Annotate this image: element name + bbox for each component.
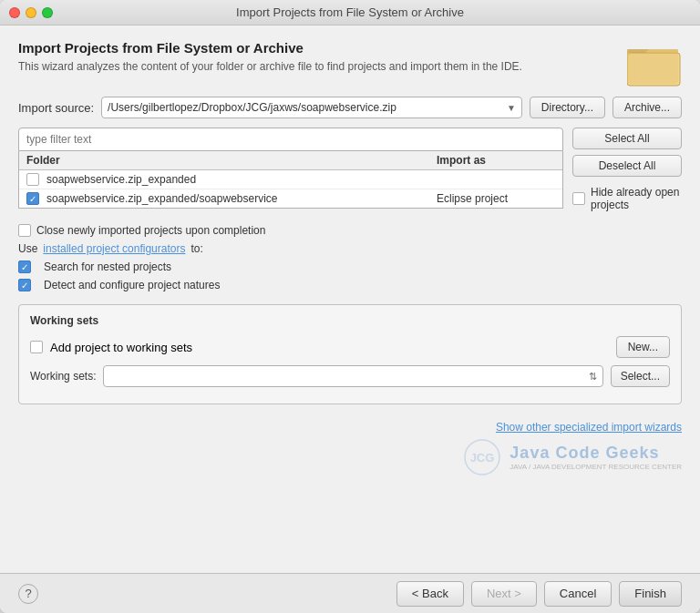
folder-icon [627, 40, 682, 87]
minimize-button[interactable] [26, 7, 36, 18]
detect-configure-checkbox[interactable]: ✓ [18, 279, 31, 291]
import-as-column-header: Import as [437, 154, 555, 167]
finish-button[interactable]: Finish [619, 581, 682, 607]
jcg-brand-text: Java Code Geeks [510, 444, 682, 463]
window-title: Import Projects from File System or Arch… [236, 5, 464, 19]
select-all-button[interactable]: Select All [572, 128, 682, 149]
help-icon[interactable]: ? [18, 584, 38, 604]
svg-text:JCG: JCG [470, 451, 495, 465]
working-sets-label-row: Working sets: ⇅ Select... [30, 365, 670, 387]
main-content: Import Projects from File System or Arch… [0, 26, 700, 573]
table-header: Folder Import as [19, 151, 562, 170]
filter-input[interactable] [18, 128, 563, 151]
add-to-working-sets-row: Add project to working sets New... [30, 336, 670, 358]
maximize-button[interactable] [42, 7, 53, 18]
use-installed-row: Use installed project configurators to: [18, 242, 682, 255]
footer-right: < Back Next > Cancel Finish [396, 581, 682, 607]
deselect-all-button[interactable]: Deselect All [572, 155, 682, 177]
directory-button[interactable]: Directory... [530, 97, 605, 118]
combo-arrow-icon: ▼ [507, 103, 516, 113]
svg-rect-1 [627, 53, 680, 86]
add-working-sets-checkbox[interactable] [30, 341, 43, 353]
header-text: Import Projects from File System or Arch… [18, 40, 618, 75]
search-nested-checkbox[interactable]: ✓ [18, 261, 31, 273]
close-imported-row: Close newly imported projects upon compl… [18, 224, 682, 237]
import-source-combo[interactable]: /Users/gilbertlopez/Dropbox/JCG/jaxws/so… [101, 97, 522, 118]
working-sets-combo[interactable]: ⇅ [103, 365, 602, 387]
working-sets-title: Working sets [30, 314, 670, 327]
search-nested-label: Search for nested projects [44, 261, 171, 273]
header-description: This wizard analyzes the content of your… [18, 59, 618, 75]
select-working-sets-button[interactable]: Select... [611, 365, 670, 387]
close-imported-checkbox[interactable] [18, 224, 31, 237]
hide-projects-label: Hide already open projects [591, 186, 682, 211]
working-sets-arrows-icon: ⇅ [589, 371, 597, 383]
table-row[interactable]: soapwebservice.zip_expanded [19, 170, 562, 189]
folder-column-header: Folder [26, 154, 437, 167]
left-panel: Folder Import as soapwebservice.zip_expa… [18, 128, 563, 211]
detect-configure-label: Detect and configure project natures [44, 279, 220, 291]
back-button[interactable]: < Back [396, 581, 464, 607]
row-folder-1: soapwebservice.zip_expanded [46, 173, 437, 186]
show-wizards-link[interactable]: Show other specialized import wizards [496, 421, 682, 434]
next-button[interactable]: Next > [471, 581, 537, 607]
window-controls [9, 7, 53, 18]
footer: ? < Back Next > Cancel Finish [0, 573, 700, 613]
options-section: Close newly imported projects upon compl… [18, 224, 682, 291]
header-title: Import Projects from File System or Arch… [18, 40, 618, 56]
use-installed-pre: Use [18, 242, 37, 255]
detect-configure-row: ✓ Detect and configure project natures [18, 279, 682, 291]
import-source-label: Import source: [18, 101, 94, 115]
main-area: Folder Import as soapwebservice.zip_expa… [18, 128, 682, 211]
row-folder-2: soapwebservice.zip_expanded/soapwebservi… [46, 192, 437, 205]
import-source-row: Import source: /Users/gilbertlopez/Dropb… [18, 97, 682, 118]
header-section: Import Projects from File System or Arch… [18, 40, 682, 87]
cancel-button[interactable]: Cancel [544, 581, 612, 607]
add-working-sets-label: Add project to working sets [50, 341, 192, 354]
watermark: JCG Java Code Geeks JAVA / JAVA DEVELOPM… [464, 439, 682, 475]
hide-projects-row: Hide already open projects [572, 186, 682, 211]
jcg-sub-text: JAVA / JAVA DEVELOPMENT RESOURCE CENTER [510, 463, 682, 471]
row-checkbox-2[interactable]: ✓ [26, 192, 39, 205]
search-nested-row: ✓ Search for nested projects [18, 261, 682, 273]
working-sets-label: Working sets: [30, 370, 96, 383]
use-installed-post: to: [190, 242, 202, 255]
import-source-value: /Users/gilbertlopez/Dropbox/JCG/jaxws/so… [108, 101, 503, 114]
row-import-2: Eclipse project [437, 192, 555, 205]
archive-button[interactable]: Archive... [612, 97, 682, 118]
close-button[interactable] [9, 7, 20, 18]
window: Import Projects from File System or Arch… [0, 0, 700, 613]
footer-left: ? [18, 584, 38, 604]
new-working-set-button[interactable]: New... [616, 336, 670, 358]
installed-configurators-link[interactable]: installed project configurators [43, 242, 185, 255]
title-bar: Import Projects from File System or Arch… [0, 0, 700, 26]
hide-projects-checkbox[interactable] [572, 192, 585, 205]
table-row[interactable]: ✓ soapwebservice.zip_expanded/soapwebser… [19, 189, 562, 208]
project-table: Folder Import as soapwebservice.zip_expa… [18, 151, 563, 209]
close-imported-label: Close newly imported projects upon compl… [36, 224, 265, 237]
right-panel: Select All Deselect All Hide already ope… [572, 128, 682, 211]
working-sets-section: Working sets Add project to working sets… [18, 304, 682, 404]
row-checkbox-1[interactable] [26, 173, 39, 186]
